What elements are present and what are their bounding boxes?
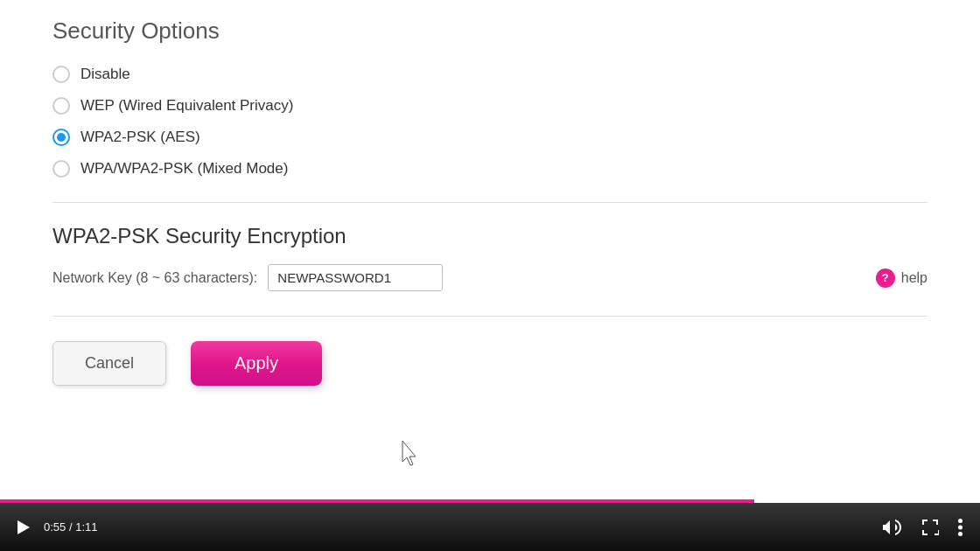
radio-label-wpamixed: WPA/WPA2-PSK (Mixed Mode) (80, 160, 288, 178)
play-icon (18, 520, 30, 534)
encryption-title: WPA2-PSK Security Encryption (52, 224, 928, 248)
divider-1 (52, 202, 928, 203)
fullscreen-button[interactable] (918, 515, 942, 540)
radio-wpa2psk[interactable] (52, 129, 70, 146)
main-content: Security Options Disable WEP (Wired Equi… (0, 0, 980, 503)
svg-point-0 (958, 519, 962, 523)
section-title: Security Options (52, 17, 928, 48)
svg-point-2 (958, 532, 962, 536)
network-key-label: Network Key (8 ~ 63 characters): (52, 270, 257, 286)
more-icon (958, 519, 962, 536)
progress-bar-container[interactable] (0, 499, 980, 503)
radio-item-wpamixed[interactable]: WPA/WPA2-PSK (Mixed Mode) (52, 160, 928, 178)
radio-item-disable[interactable]: Disable (52, 66, 928, 83)
fullscreen-icon (921, 519, 939, 536)
ctrl-right (879, 515, 966, 540)
total-time: 1:11 (75, 520, 97, 534)
svg-point-1 (958, 525, 962, 529)
help-container: ? help (876, 269, 928, 288)
play-button[interactable] (14, 517, 33, 538)
encryption-section: WPA2-PSK Security Encryption Network Key… (52, 224, 928, 291)
radio-label-disable: Disable (80, 66, 130, 83)
radio-item-wep[interactable]: WEP (Wired Equivalent Privacy) (52, 97, 928, 115)
network-key-input[interactable] (268, 264, 443, 291)
help-icon[interactable]: ? (876, 269, 895, 288)
volume-button[interactable] (879, 516, 906, 539)
radio-label-wep: WEP (Wired Equivalent Privacy) (80, 97, 293, 115)
radio-label-wpa2psk: WPA2-PSK (AES) (80, 129, 200, 146)
volume-icon (883, 520, 902, 535)
current-time: 0:55 (44, 520, 66, 534)
radio-group: Disable WEP (Wired Equivalent Privacy) W… (52, 66, 928, 178)
radio-wep[interactable] (52, 97, 70, 115)
cancel-button[interactable]: Cancel (52, 341, 166, 386)
help-text: help (901, 270, 928, 286)
video-controls: 0:55 / 1:11 (0, 503, 980, 551)
more-options-button[interactable] (955, 515, 966, 540)
radio-item-wpa2psk[interactable]: WPA2-PSK (AES) (52, 129, 928, 146)
divider-2 (52, 316, 928, 317)
field-row: Network Key (8 ~ 63 characters): ? help (52, 264, 928, 291)
radio-wpamixed[interactable] (52, 160, 70, 178)
radio-disable[interactable] (52, 66, 70, 83)
button-row: Cancel Apply (52, 341, 928, 386)
progress-bar-fill (0, 499, 754, 503)
apply-button[interactable]: Apply (191, 341, 322, 386)
time-display: 0:55 / 1:11 (44, 520, 97, 534)
